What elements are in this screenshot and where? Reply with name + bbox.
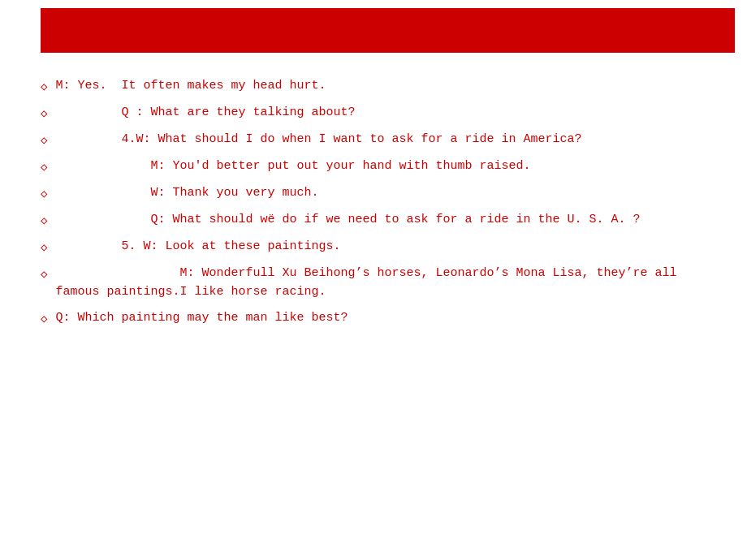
item-text: Q : What are they talking about? xyxy=(55,104,355,123)
diamond-icon: ◇ xyxy=(41,239,47,256)
diamond-icon: ◇ xyxy=(41,159,47,176)
list-item: ◇ 4.W: What should I do when I want to a… xyxy=(41,131,706,149)
content-area: ◇M: Yes. It often makes my head hurt.◇ Q… xyxy=(0,61,747,344)
diamond-icon: ◇ xyxy=(41,311,47,328)
item-text: 5. W: Look at these paintings. xyxy=(55,238,340,256)
item-text: M: Yes. It often makes my head hurt. xyxy=(55,77,326,96)
diamond-icon: ◇ xyxy=(41,79,47,96)
header-red-block xyxy=(41,8,735,53)
item-text: M: Wonderfull Xu Beihong’s horses, Leona… xyxy=(55,265,706,301)
diamond-icon: ◇ xyxy=(41,106,47,123)
list-item: ◇ Q: What should wë do if we need to as… xyxy=(41,211,706,230)
diamond-icon: ◇ xyxy=(41,186,47,203)
item-text: Q: Which painting may the man like best? xyxy=(55,309,348,328)
list-item: ◇ 5. W: Look at these paintings. xyxy=(41,238,706,256)
diamond-icon: ◇ xyxy=(41,132,47,149)
item-text: Q: What should wë do if we need to ask … xyxy=(55,211,640,230)
list-item: ◇M: Yes. It often makes my head hurt. xyxy=(41,77,706,96)
list-item: ◇ W: Thank you very much. xyxy=(41,184,706,203)
diamond-icon: ◇ xyxy=(41,266,47,283)
list-item: ◇ Q : What are they talking about? xyxy=(41,104,706,123)
header-bar xyxy=(0,0,747,61)
list-item: ◇Q: Which painting may the man like best… xyxy=(41,309,706,328)
item-text: W: Thank you very much. xyxy=(55,184,318,203)
diamond-icon: ◇ xyxy=(41,213,47,230)
list-item: ◇ M: You'd better put out your hand with… xyxy=(41,157,706,176)
item-text: 4.W: What should I do when I want to ask… xyxy=(55,131,581,149)
item-text: M: You'd better put out your hand with t… xyxy=(55,157,530,176)
list-item: ◇ M: Wonderfull Xu Beihong’s horses, Leo… xyxy=(41,265,706,301)
